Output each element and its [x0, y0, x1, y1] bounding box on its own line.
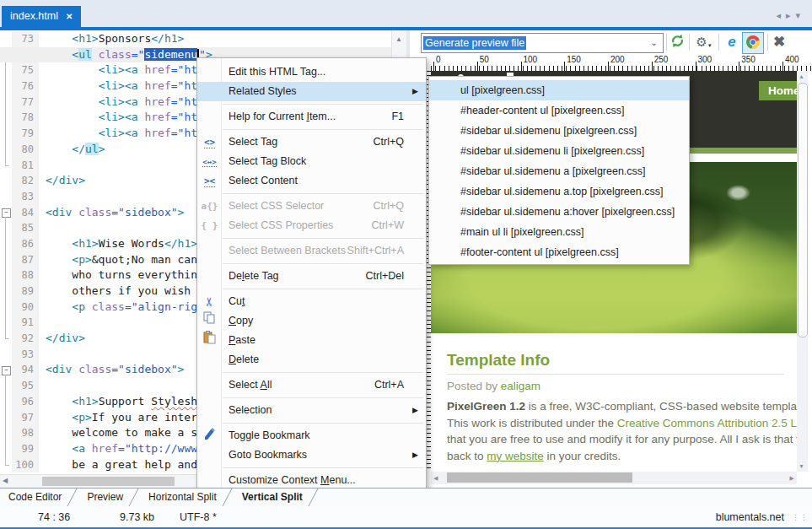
internet-explorer-button[interactable]: e	[723, 34, 740, 51]
menu-item-toggle-bookmark[interactable]: Toggle Bookmark	[197, 426, 426, 445]
page-link[interactable]: Creative Commons Attribution 2.5 License…	[617, 417, 797, 429]
preview-file-combobox[interactable]: Generate preview file ⌄	[421, 33, 664, 53]
code-token: ="align-rig	[125, 300, 197, 313]
tab-list-dropdown-icon[interactable]: ▾	[795, 10, 805, 20]
code-token: >	[178, 363, 185, 375]
code-token: <div	[46, 206, 72, 219]
code-token: <a	[72, 442, 85, 455]
combobox-value: Generate preview file	[423, 36, 526, 50]
menu-item-delete[interactable]: Delete	[197, 350, 426, 370]
code-token: href	[92, 442, 118, 455]
menu-item-selection[interactable]: Selection▶	[197, 401, 426, 420]
submenu-item[interactable]: #sidebar ul.sidemenu li [pixelgreen.css]	[429, 141, 689, 161]
tab-close-icon[interactable]: ✕	[66, 12, 73, 21]
menu-separator	[197, 261, 426, 267]
preview-vertical-scrollbar[interactable]: ▲ ▼	[797, 71, 808, 472]
code-token: ="ht	[171, 79, 197, 92]
page-link[interactable]: ealigam	[501, 380, 540, 392]
tab-scroll-right-icon[interactable]: ▸	[786, 10, 796, 20]
page-text[interactable]: PixelGreen 1.2	[447, 400, 525, 413]
submenu-item-label: #sidebar ul.sidemenu a [pixelgreen.css]	[460, 161, 646, 181]
page-text: Posted by	[447, 380, 501, 392]
code-token: Wise Words	[99, 237, 164, 250]
code-token: ="ht	[171, 95, 197, 108]
tab-index-html[interactable]: index.html✕	[2, 6, 81, 27]
submenu-item[interactable]: #header-content ul [pixelgreen.css]	[429, 100, 689, 121]
code-token: welcome to make a s	[72, 426, 197, 439]
menu-item-edit-this-html-tag[interactable]: Edit this HTML Tag...	[197, 62, 426, 82]
indent	[46, 300, 72, 313]
code-token: <h1>	[72, 32, 98, 45]
menu-item-select-tag-block[interactable]: <↔>Select Tag Block	[197, 152, 426, 171]
paragraph-line: PixelGreen 1.2 is a free, W3C-compliant,…	[447, 398, 797, 415]
menu-shortcut: F1	[391, 107, 404, 127]
preview-horizontal-scrollbar[interactable]: ◀ ▶	[431, 472, 797, 484]
menu-item-label: Copy	[229, 311, 253, 331]
scroll-left-icon[interactable]: ◀	[3, 477, 8, 484]
submenu-item[interactable]: #sidebar ul.sidemenu a [pixelgreen.css]	[429, 161, 689, 181]
scroll-left-icon[interactable]: ◀	[433, 475, 438, 482]
menu-item-delete-tag[interactable]: Delete TagCtrl+Del	[197, 267, 426, 286]
menu-item-paste[interactable]: Paste	[197, 331, 426, 350]
page-link[interactable]: my website	[487, 450, 544, 462]
scrollbar-thumb[interactable]	[798, 83, 808, 337]
menu-item-select-tag[interactable]: <>Select TagCtrl+Q	[197, 132, 426, 152]
gear-dropdown-icon[interactable]: ▾	[708, 42, 712, 49]
view-tab-horizontal-split[interactable]: Horizontal Split	[140, 489, 220, 506]
view-tab-preview[interactable]: Preview	[78, 489, 126, 506]
scroll-up-icon[interactable]: ▲	[395, 35, 402, 43]
chrome-button-selected[interactable]	[742, 32, 764, 54]
scroll-right-icon[interactable]: ▶	[790, 475, 794, 482]
preview-settings-button[interactable]: ⚙ ▾	[693, 34, 710, 51]
scroll-up-icon[interactable]: ▲	[799, 73, 804, 79]
menu-item-help-for-current-item[interactable]: Help for Current Item...F1	[197, 107, 426, 127]
submenu-item[interactable]: #footer-content ul [pixelgreen.css]	[429, 242, 689, 262]
menu-item-goto-bookmarks[interactable]: Goto Bookmarks▶	[197, 445, 426, 465]
combobox-dropdown-icon[interactable]: ⌄	[651, 34, 658, 52]
submenu-item-label: #sidebar ul.sidemenu li [pixelgreen.css]	[460, 141, 644, 161]
menu-item-select-all[interactable]: Select AllCtrl+A	[197, 375, 426, 395]
menu-item-label: Related Styles	[229, 82, 297, 101]
view-mode-tabs: Code EditorPreviewHorizontal SplitVertic…	[0, 488, 812, 507]
scrollbar-thumb[interactable]	[447, 472, 632, 483]
menu-item-select-between-brackets: Select Between BracketsShift+Ctrl+A	[197, 241, 426, 261]
view-tab-code-editor[interactable]: Code Editor	[0, 489, 65, 506]
menu-item-select-content[interactable]: ><Select Content	[197, 171, 426, 191]
code-line-73[interactable]: <h1>Sponsors</h1>	[0, 31, 391, 47]
refresh-button[interactable]	[669, 34, 686, 51]
tab-scroll-left-icon[interactable]: ◂	[776, 10, 786, 20]
menu-separator	[197, 465, 426, 471]
ruler-major-tick	[521, 62, 522, 71]
paste-icon	[200, 331, 219, 350]
scroll-down-icon[interactable]: ▼	[799, 463, 804, 469]
ruler-major-tick	[477, 62, 478, 71]
menu-item-copy[interactable]: Copy	[197, 311, 426, 331]
menu-item-cut[interactable]: ✂Cut	[197, 292, 426, 311]
submenu-item-label: #header-content ul [pixelgreen.css]	[460, 100, 625, 121]
menu-item-related-styles[interactable]: Related Styles▶	[197, 82, 426, 101]
view-tab-vertical-split[interactable]: Vertical Split	[234, 489, 306, 506]
page-home-button[interactable]: Home	[759, 81, 797, 100]
menu-item-label: Selection	[229, 401, 272, 420]
ruler-label: 50	[480, 55, 489, 64]
scrollbar-thumb[interactable]	[42, 477, 175, 486]
submenu-item[interactable]: #main ul li [pixelgreen.css]	[429, 222, 689, 242]
submenu-item[interactable]: #sidebar ul.sidemenu [pixelgreen.css]	[429, 121, 689, 141]
view-tab-label: Code Editor	[8, 491, 62, 503]
submenu-item[interactable]: #sidebar ul.sidemenu a.top [pixelgreen.c…	[429, 181, 689, 202]
submenu-item[interactable]: ul [pixelgreen.css]	[429, 80, 689, 100]
close-preview-button[interactable]: ✖	[771, 34, 788, 51]
submenu-arrow-icon: ▶	[412, 401, 418, 420]
resize-grip[interactable]: ⋮⋮	[792, 513, 809, 521]
menu-item-label: Select Tag	[229, 132, 277, 152]
tab-scroll-arrows[interactable]: ◂▸▾	[776, 10, 805, 21]
close-icon: ✖	[773, 34, 785, 50]
tab-label: index.html	[10, 10, 58, 22]
code-token: others if you wish	[72, 284, 197, 297]
code-token: who turns everythin	[72, 268, 197, 281]
code-token: <li><a	[99, 127, 138, 139]
submenu-item[interactable]: #sidebar ul.sidemenu a:hover [pixelgreen…	[429, 202, 689, 222]
brand-link[interactable]: blumentals.net	[716, 511, 784, 523]
menu-item-label: Paste	[229, 331, 255, 350]
code-token: be a great help and	[72, 458, 197, 471]
